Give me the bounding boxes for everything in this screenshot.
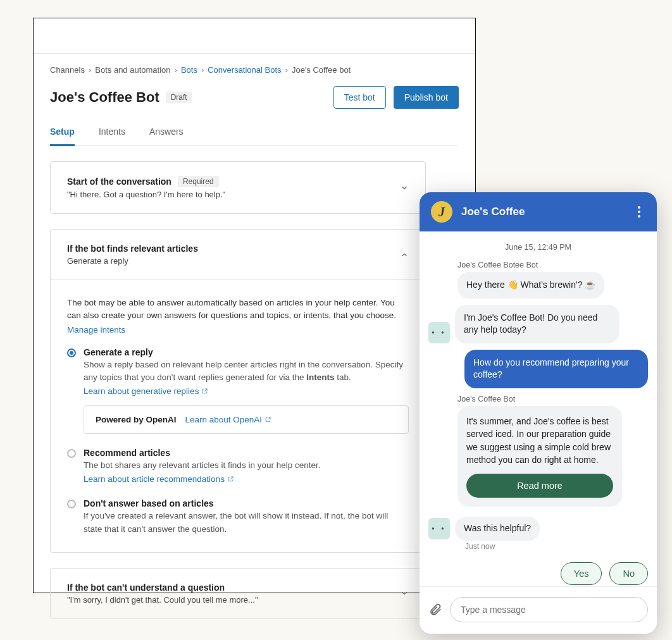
radio-dont-title: Don't answer based on articles [84,498,409,508]
tab-answers[interactable]: Answers [149,126,184,145]
chevron-down-icon[interactable] [400,183,409,192]
paperclip-icon[interactable] [428,603,442,617]
breadcrumb-conversational-bots[interactable]: Conversational Bots [208,65,281,75]
chevron-right-icon: › [201,65,204,75]
test-bot-button[interactable]: Test bot [333,86,386,109]
learn-article-recommendations-link[interactable]: Learn about article recommendations [84,474,234,484]
tab-setup[interactable]: Setup [50,126,75,146]
publish-bot-button[interactable]: Publish bot [394,86,459,109]
breadcrumb-channels[interactable]: Channels [50,65,85,75]
followup-question: Was this helpful? [455,517,540,541]
chevron-down-icon[interactable] [400,589,409,598]
card-articles-subtitle: Generate a reply [67,256,198,266]
chat-message-input[interactable] [450,597,648,622]
manage-intents-link[interactable]: Manage intents [67,325,409,335]
card-cant-title: If the bot can't understand a question [67,582,258,593]
sender-label-2: Joe's Coffee Bot [457,395,648,403]
tabs: Setup Intents Answers [50,126,459,146]
radio-dont-answer[interactable] [67,500,76,508]
radio-generate-reply[interactable] [67,348,76,357]
status-badge: Draft [166,92,192,103]
card-start-subtitle: "Hi there. Got a question? I'm here to h… [67,190,225,199]
chat-widget: J Joe's Coffee June 15, 12:49 PM Joe's C… [420,192,657,634]
bot-answer: It's summer, and Joe's coffee is best se… [457,406,622,507]
admin-panel: Channels › Bots and automation › Bots › … [33,18,476,593]
chevron-right-icon: › [285,65,288,75]
chat-body: June 15, 12:49 PM Joe's Coffee Botee Bot… [420,231,657,586]
radio-recommend-title: Recommend articles [84,448,409,458]
page-title: Joe's Coffee Bot [50,89,159,106]
card-start-title: Start of the conversation [67,176,171,187]
bot-avatar-icon: ● ● [428,518,450,539]
radio-dont-desc: If you've created a relevant answer, the… [84,510,409,536]
chat-input-row [420,586,657,634]
no-button[interactable]: No [609,562,648,585]
message-timestamp: Just now [465,542,648,551]
card-cant-subtitle: "I'm sorry, I didn't get that. Could you… [67,595,258,605]
radio-recommend-articles[interactable] [67,449,76,458]
powered-by-openai-box: Powered by OpenAI Learn about OpenAI [84,405,409,434]
bot-message-2: I'm Joe's Coffee Bot! Do you need any he… [455,305,619,343]
card-cant-understand[interactable]: If the bot can't understand a question "… [50,568,426,619]
card-articles-description: The bot may be able to answer automatica… [67,297,409,323]
card-articles-header[interactable]: If the bot finds relevant articles Gener… [51,230,425,280]
bot-avatar-icon: ● ● [428,322,450,343]
radio-generate-title: Generate a reply [84,347,409,357]
learn-openai-link[interactable]: Learn about OpenAI [185,415,272,424]
bot-message-1: Hey there 👋 What's brewin'? ☕ [457,272,604,298]
chat-avatar: J [431,201,452,223]
radio-generate-desc: Show a reply based on relevant help cent… [84,359,409,385]
chevron-right-icon: › [175,65,177,75]
radio-recommend-desc: The bot shares any relevant articles it … [84,459,409,472]
kebab-menu-icon[interactable] [633,206,645,218]
read-more-button[interactable]: Read more [466,474,613,498]
breadcrumb-current: Joe's Coffee bot [292,65,351,75]
chevron-up-icon[interactable] [400,250,409,259]
top-header [34,18,475,54]
user-message-1: How do you recommend preparing your coff… [464,350,648,388]
yes-button[interactable]: Yes [561,562,602,585]
bot-answer-text: It's summer, and Joe's coffee is best se… [466,415,613,466]
sender-label-1: Joe's Coffee Botee Bot [457,261,648,269]
breadcrumb-bots[interactable]: Bots [181,65,197,75]
card-articles-title: If the bot finds relevant articles [67,243,198,254]
learn-generative-replies-link[interactable]: Learn about generative replies [84,386,208,396]
openai-label: Powered by OpenAI [96,415,177,424]
required-badge: Required [178,176,219,187]
chat-header: J Joe's Coffee [420,192,657,231]
chevron-right-icon: › [89,65,91,75]
breadcrumb: Channels › Bots and automation › Bots › … [50,65,459,75]
chat-timestamp: June 15, 12:49 PM [428,243,648,252]
card-start-conversation[interactable]: Start of the conversation Required "Hi t… [50,161,426,214]
card-relevant-articles: If the bot finds relevant articles Gener… [50,229,426,553]
chat-title: Joe's Coffee [461,206,624,218]
tab-intents[interactable]: Intents [99,126,125,145]
breadcrumb-bots-automation[interactable]: Bots and automation [95,65,170,75]
